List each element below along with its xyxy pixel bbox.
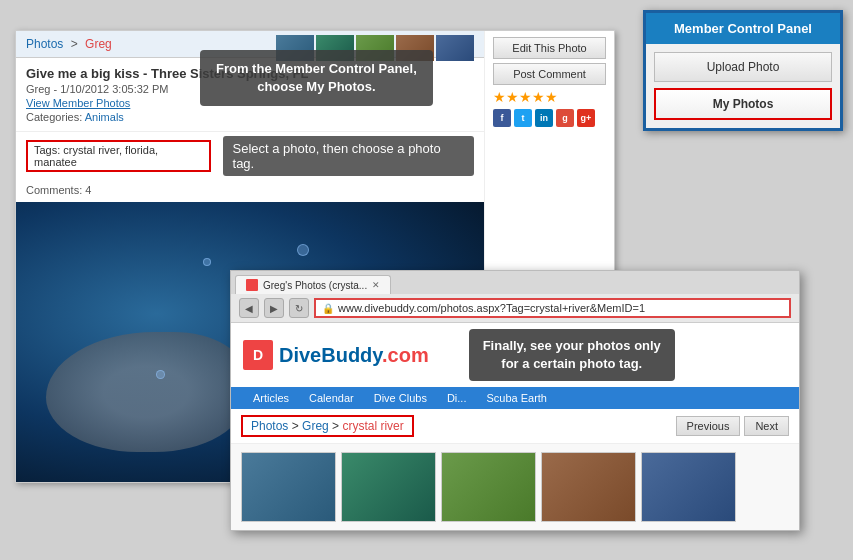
star-rating: ★★★★★ xyxy=(493,89,606,105)
forward-button[interactable]: ▶ xyxy=(264,298,284,318)
tab-label: Greg's Photos (crysta... xyxy=(263,280,367,291)
nav-calendar[interactable]: Calendar xyxy=(299,387,364,409)
twitter-icon[interactable]: t xyxy=(514,109,532,127)
nav-scubaearth[interactable]: Scuba Earth xyxy=(476,387,557,409)
googleplus-icon[interactable]: g+ xyxy=(577,109,595,127)
address-lock-icon: 🔒 xyxy=(322,303,334,314)
next-button[interactable]: Next xyxy=(744,416,789,436)
breadcrumb-member-link[interactable]: Greg xyxy=(85,37,112,51)
pagination: Previous Next xyxy=(676,416,789,436)
browser-thumbnail-grid xyxy=(231,444,799,530)
address-text: www.divebuddy.com/photos.aspx?Tag=crysta… xyxy=(338,302,645,314)
google-icon[interactable]: g xyxy=(556,109,574,127)
edit-photo-button[interactable]: Edit This Photo xyxy=(493,37,606,59)
tab-favicon xyxy=(246,279,258,291)
b-tag-link[interactable]: crystal river xyxy=(342,419,403,433)
back-button[interactable]: ◀ xyxy=(239,298,259,318)
browser-breadcrumb-row: Photos > Greg > crystal river Previous N… xyxy=(231,409,799,444)
member-control-panel: Member Control Panel Upload Photo My Pho… xyxy=(643,10,843,131)
site-header: D DiveBuddy.com Finally, see your photos… xyxy=(231,323,799,387)
prev-button[interactable]: Previous xyxy=(676,416,741,436)
breadcrumb-photos-link[interactable]: Photos xyxy=(26,37,63,51)
browser-tab-bar: Greg's Photos (crysta... ✕ xyxy=(231,271,799,294)
thumb-strip-img[interactable] xyxy=(436,35,474,61)
browser-thumb-4[interactable] xyxy=(541,452,636,522)
tags-instruction: Select a photo, then choose a photo tag. xyxy=(223,136,474,176)
upload-photo-button[interactable]: Upload Photo xyxy=(654,52,832,82)
site-logo-text: DiveBuddy.com xyxy=(279,344,429,367)
browser-thumb-5[interactable] xyxy=(641,452,736,522)
tab-close-icon[interactable]: ✕ xyxy=(372,280,380,290)
site-logo-icon: D xyxy=(243,340,273,370)
mcp-buttons: Upload Photo My Photos xyxy=(646,44,840,128)
comments-line: Comments: 4 xyxy=(16,182,484,202)
post-comment-button[interactable]: Post Comment xyxy=(493,63,606,85)
browser-nav-bar: Articles Calendar Dive Clubs Di... Scuba… xyxy=(231,387,799,409)
category-link[interactable]: Animals xyxy=(85,111,124,123)
my-photos-button[interactable]: My Photos xyxy=(654,88,832,120)
nav-articles[interactable]: Articles xyxy=(243,387,299,409)
address-field[interactable]: 🔒 www.divebuddy.com/photos.aspx?Tag=crys… xyxy=(314,298,791,318)
b-photos-link[interactable]: Photos xyxy=(251,419,288,433)
browser-tab[interactable]: Greg's Photos (crysta... ✕ xyxy=(235,275,391,294)
linkedin-icon[interactable]: in xyxy=(535,109,553,127)
nav-diveclubs[interactable]: Dive Clubs xyxy=(364,387,437,409)
refresh-button[interactable]: ↻ xyxy=(289,298,309,318)
browser-callout: Finally, see your photos onlyfor a certa… xyxy=(469,329,675,381)
main-callout: From the Member Control Panel,choose My … xyxy=(200,50,433,106)
social-icons-row: f t in g g+ xyxy=(493,109,606,127)
tags-box[interactable]: Tags: crystal river, florida, manatee xyxy=(26,140,211,172)
browser-thumb-3[interactable] xyxy=(441,452,536,522)
tags-row: Tags: crystal river, florida, manatee Se… xyxy=(16,132,484,182)
nav-more[interactable]: Di... xyxy=(437,387,477,409)
b-member-link[interactable]: Greg xyxy=(302,419,329,433)
browser-window: Greg's Photos (crysta... ✕ ◀ ▶ ↻ 🔒 www.d… xyxy=(230,270,800,531)
browser-thumb-2[interactable] xyxy=(341,452,436,522)
browser-thumb-1[interactable] xyxy=(241,452,336,522)
category-line: Categories: Animals xyxy=(26,111,474,123)
browser-breadcrumb-text: Photos > Greg > crystal river xyxy=(241,415,414,437)
mcp-title: Member Control Panel xyxy=(646,13,840,44)
address-bar: ◀ ▶ ↻ 🔒 www.divebuddy.com/photos.aspx?Ta… xyxy=(231,294,799,323)
facebook-icon[interactable]: f xyxy=(493,109,511,127)
